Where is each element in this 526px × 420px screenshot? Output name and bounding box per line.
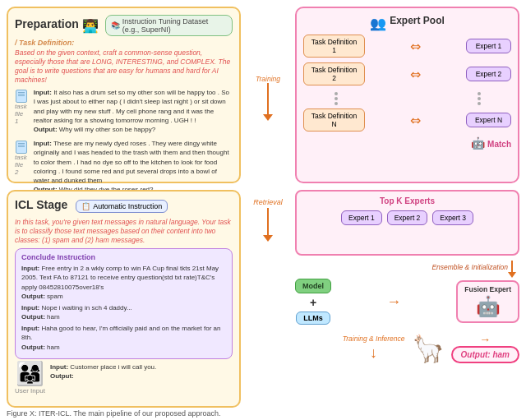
llama-icon: 🦙 [412, 335, 445, 362]
book-icon: 📚 [111, 21, 120, 30]
user-input-example: Input: Customer place i will call you. O… [50, 362, 156, 383]
topk-expert-3: Expert 3 [432, 210, 473, 225]
icl-example-3: Input: Haha good to hear, I'm officially… [21, 324, 226, 352]
training-inference-area: Training & Inference ↓ [343, 335, 405, 361]
expert-box-1: Expert 1 [466, 39, 511, 53]
fusion-section: Model + LLMs → Fusion Expert 🤖 [295, 279, 519, 325]
expert-pool-title: Expert Pool [390, 15, 445, 26]
conclude-box: Conclude Instruction Input: Free entry i… [15, 248, 233, 359]
match-text: Match [487, 140, 511, 149]
dots-right [478, 90, 481, 107]
preparation-title: Preparation [15, 17, 79, 30]
topk-expert-2: Expert 2 [387, 210, 428, 225]
task-def-box-1: Task Definition 1 [303, 35, 365, 58]
retrieval-arrowhead [263, 235, 273, 242]
user-avatar-icon: 👨‍👩‍👧 [15, 362, 45, 385]
icl-box: ICL Stage 📋 Automatic Instruction In thi… [7, 190, 241, 408]
ensemble-arrow [511, 261, 513, 274]
user-icon-container: 👨‍👩‍👧 User Input [15, 362, 45, 395]
example-row-1: task file 1 Input: It also has a drum se… [15, 88, 233, 136]
main-container: Preparation 👨‍💻 📚 Instruction Tuning Dat… [0, 0, 526, 420]
expert-row-1: Task Definition 1 ⇔ Expert 1 [303, 35, 511, 58]
icl-title: ICL Stage [15, 198, 67, 211]
expert-pool-icon: 👥 [370, 16, 386, 31]
icl-example-2: Input: Nope i waiting in sch 4 daddy... … [21, 303, 226, 321]
double-arrow-n: ⇔ [410, 113, 421, 128]
plus-sign: + [310, 296, 316, 309]
prep-header: Preparation 👨‍💻 📚 Instruction Tuning Dat… [15, 15, 233, 36]
output-section: Training & Inference ↓ 🦙 → Output: ham [295, 333, 519, 363]
fusion-robot-icon: 🤖 [464, 295, 511, 318]
down-arrow: ↓ [370, 344, 377, 362]
topk-box: Top K Experts Expert 1 Expert 2 Expert 3 [295, 190, 519, 256]
user-label: User Input [15, 387, 45, 395]
user-section: 👨‍👩‍👧 User Input Input: Customer place i… [15, 362, 233, 395]
ensemble-arrowhead [508, 272, 516, 278]
preparation-box: Preparation 👨‍💻 📚 Instruction Tuning Dat… [7, 7, 241, 183]
output-area: → Output: ham [451, 333, 519, 363]
example-row-2: task file 2 Input: These are my newly dy… [15, 139, 233, 196]
expert-pool-header: 👥 Expert Pool [303, 15, 511, 31]
file-icon-2: task file 2 [15, 141, 30, 176]
dots-mid-spacer [399, 90, 416, 107]
training-arrow: Training [247, 7, 288, 183]
match-label: 🤖 Match [303, 136, 511, 150]
task-def-text: Based on the given context, craft a comm… [15, 48, 233, 85]
dataset-badge: 📚 Instruction Tuning Dataset (e.g., Supe… [105, 15, 233, 36]
ensemble-label: Ensemble & Initialization [431, 263, 508, 271]
icl-example-4: Input: Customer place i will call you. O… [50, 362, 156, 381]
double-arrow-2: ⇔ [410, 67, 421, 82]
right-arrow: → [386, 293, 401, 311]
expert-row-n: Task Definition N ⇔ Expert N [303, 108, 511, 132]
model-badge: Model [295, 279, 331, 293]
double-arrow-1: ⇔ [410, 39, 421, 54]
top-section: Preparation 👨‍💻 📚 Instruction Tuning Dat… [7, 7, 519, 183]
topk-expert-row: Expert 1 Expert 2 Expert 3 [303, 210, 511, 225]
auto-instruction-label: Automatic Instruction [93, 202, 162, 210]
task-def-slash: / Task Definition: [15, 39, 233, 47]
model-llms-area: Model + LLMs [295, 279, 331, 325]
clipboard-icon: 📋 [81, 202, 90, 210]
example-block-2: Input: These are my newly dyed roses . T… [34, 139, 233, 194]
task-def-box-n: Task Definition N [303, 108, 365, 132]
expert-row-2: Task Definition 2 ⇔ Expert 2 [303, 62, 511, 85]
dataset-label: Instruction Tuning Dataset (e.g., SuperN… [122, 17, 227, 34]
retrieval-line [267, 208, 269, 237]
expert-box-n: Expert N [466, 113, 511, 127]
auto-instruction-badge: 📋 Automatic Instruction [76, 200, 168, 213]
icl-desc: In this task, you're given text messages… [15, 218, 233, 245]
topk-title: Top K Experts [303, 196, 511, 205]
file-icon-1: task file 1 [15, 90, 30, 125]
arrow-head [263, 114, 273, 121]
output-badge: Output: ham [451, 346, 519, 363]
expert-box-2: Expert 2 [466, 67, 511, 81]
people-icon: 👨‍💻 [82, 18, 99, 34]
bottom-section: ICL Stage 📋 Automatic Instruction In thi… [7, 190, 519, 408]
conclude-title: Conclude Instruction [21, 253, 226, 261]
icl-header: ICL Stage 📋 Automatic Instruction [15, 198, 233, 215]
training-inference-label: Training & Inference [343, 335, 405, 344]
expert-pool-box: 👥 Expert Pool Task Definition 1 ⇔ Expert… [295, 7, 519, 183]
topk-expert-1: Expert 1 [341, 210, 382, 225]
fusion-title: Fusion Expert [464, 285, 511, 293]
ensemble-row: Ensemble & Initialization [295, 261, 519, 274]
llms-badge: LLMs [296, 312, 330, 325]
match-icon: 🤖 [471, 136, 485, 150]
fusion-box: Fusion Expert 🤖 [456, 280, 519, 323]
training-label: Training [256, 75, 280, 83]
dots-left [335, 90, 338, 107]
caption: Figure X: ITER-ICL. The main pipeline of… [7, 409, 519, 418]
icl-example-1: Input: Free entry in 2 a wkly comp to wi… [21, 264, 226, 301]
dots-section [303, 90, 511, 107]
right-bottom: Top K Experts Expert 1 Expert 2 Expert 3… [295, 190, 519, 408]
output-arrow: → [479, 333, 491, 346]
arrow-container [267, 83, 269, 116]
task-def-box-2: Task Definition 2 [303, 62, 365, 85]
example-block-1: Input: It also has a drum set so my othe… [34, 88, 233, 134]
retrieval-label: Retrieval [253, 198, 283, 206]
retrieval-arrow-area: Retrieval [247, 190, 288, 408]
arrow-line [267, 83, 269, 116]
